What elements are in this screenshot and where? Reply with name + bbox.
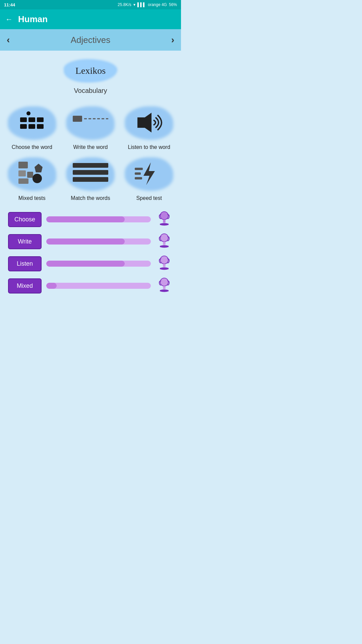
- svg-point-27: [160, 256, 168, 264]
- svg-rect-26: [163, 242, 165, 245]
- choose-word-label: Choose the word: [12, 144, 52, 150]
- back-button[interactable]: ←: [5, 15, 13, 24]
- svg-rect-21: [135, 172, 141, 175]
- svg-rect-13: [18, 178, 28, 184]
- svg-point-14: [33, 174, 42, 183]
- activity-grid: Choose the word Write the word: [5, 105, 176, 201]
- lexikos-text: Lexikos: [75, 65, 106, 76]
- write-word-icon-container: [65, 105, 116, 142]
- svg-rect-17: [73, 170, 108, 175]
- svg-marker-9: [137, 113, 152, 132]
- activity-choose-word[interactable]: Choose the word: [5, 105, 59, 150]
- svg-rect-11: [18, 170, 26, 176]
- speed-test-icon-container: [124, 156, 174, 193]
- choose-word-icon: [18, 111, 45, 136]
- progress-section: Choose Write: [5, 211, 176, 297]
- svg-rect-18: [73, 177, 108, 182]
- svg-marker-19: [143, 162, 155, 185]
- svg-rect-3: [37, 117, 44, 122]
- svg-point-25: [160, 234, 168, 242]
- activity-speed-test[interactable]: Speed test: [122, 156, 176, 201]
- match-words-label: Match the words: [71, 195, 110, 201]
- svg-point-0: [26, 111, 31, 115]
- activity-write-word[interactable]: Write the word: [64, 105, 117, 150]
- progress-row-mixed: Mixed: [8, 277, 173, 297]
- speed-test-label: Speed test: [136, 195, 162, 201]
- battery: 56%: [169, 2, 177, 7]
- choose-trophy: [156, 211, 173, 228]
- choose-progress-bar: [46, 216, 151, 222]
- write-button[interactable]: Write: [8, 234, 42, 249]
- choose-button[interactable]: Choose: [8, 212, 42, 227]
- vocab-section: Lexikos Vocabulary: [5, 57, 176, 95]
- listen-word-label: Listen to the word: [128, 144, 170, 150]
- svg-rect-28: [163, 264, 165, 267]
- write-progress-bar: [46, 238, 151, 245]
- match-words-icon-container: [65, 156, 116, 193]
- page-title: Human: [18, 14, 48, 24]
- choose-word-icon-container: [7, 105, 57, 142]
- svg-rect-22: [135, 177, 142, 179]
- mixed-trophy: [156, 277, 173, 294]
- category-nav: ‹ Adjectives ›: [0, 29, 181, 51]
- progress-row-listen: Listen: [8, 255, 173, 272]
- svg-rect-2: [28, 117, 35, 122]
- next-category-button[interactable]: ›: [171, 35, 174, 45]
- svg-rect-4: [20, 124, 27, 129]
- listen-word-icon-container: [124, 105, 174, 142]
- svg-marker-15: [35, 164, 43, 172]
- activity-mixed-tests[interactable]: Mixed tests: [5, 156, 59, 201]
- mixed-button[interactable]: Mixed: [8, 278, 42, 293]
- svg-rect-5: [28, 124, 35, 129]
- write-word-label: Write the word: [73, 144, 108, 150]
- write-word-icon: [72, 112, 109, 134]
- svg-point-23: [160, 212, 168, 220]
- svg-rect-16: [73, 163, 108, 168]
- speed-test-icon: [134, 161, 164, 187]
- svg-rect-20: [135, 168, 143, 170]
- listen-word-icon: [134, 110, 164, 137]
- status-right: 25.8K/s ▾ ▌▌▌ orange 4G 56%: [118, 2, 177, 7]
- progress-row-choose: Choose: [8, 211, 173, 228]
- status-bar: 11:44 25.8K/s ▾ ▌▌▌ orange 4G 56%: [0, 0, 181, 9]
- carrier: orange 4G: [148, 2, 167, 7]
- match-words-icon: [72, 162, 109, 186]
- choose-progress-fill: [46, 216, 125, 222]
- svg-point-29: [160, 278, 168, 286]
- listen-trophy: [156, 255, 173, 272]
- network-speed: 25.8K/s: [118, 2, 131, 7]
- lexikos-logo: Lexikos: [64, 57, 117, 84]
- mixed-tests-label: Mixed tests: [18, 195, 46, 201]
- signal-icon: ▌▌▌: [137, 2, 146, 7]
- activity-listen-word[interactable]: Listen to the word: [122, 105, 176, 150]
- svg-rect-30: [163, 286, 165, 289]
- svg-rect-7: [73, 116, 82, 122]
- top-bar: ← Human: [0, 9, 181, 29]
- listen-progress-fill: [46, 261, 125, 267]
- vocab-label: Vocabulary: [74, 87, 107, 95]
- write-trophy: [156, 233, 173, 250]
- listen-progress-bar: [46, 261, 151, 267]
- svg-rect-10: [18, 162, 28, 168]
- svg-rect-1: [20, 117, 27, 122]
- svg-rect-24: [163, 220, 165, 223]
- activity-match-words[interactable]: Match the words: [64, 156, 117, 201]
- write-progress-fill: [46, 238, 125, 245]
- progress-row-write: Write: [8, 233, 173, 250]
- listen-button[interactable]: Listen: [8, 256, 42, 271]
- mixed-tests-icon: [18, 161, 46, 187]
- mixed-progress-bar: [46, 283, 151, 289]
- main-content: Lexikos Vocabulary: [0, 51, 181, 304]
- wifi-icon: ▾: [133, 2, 135, 7]
- category-title: Adjectives: [71, 35, 111, 45]
- svg-rect-12: [27, 172, 33, 178]
- mixed-tests-icon-container: [7, 156, 57, 193]
- svg-rect-6: [37, 124, 44, 129]
- status-time: 11:44: [4, 2, 15, 7]
- prev-category-button[interactable]: ‹: [7, 35, 10, 45]
- mixed-progress-fill: [46, 283, 57, 289]
